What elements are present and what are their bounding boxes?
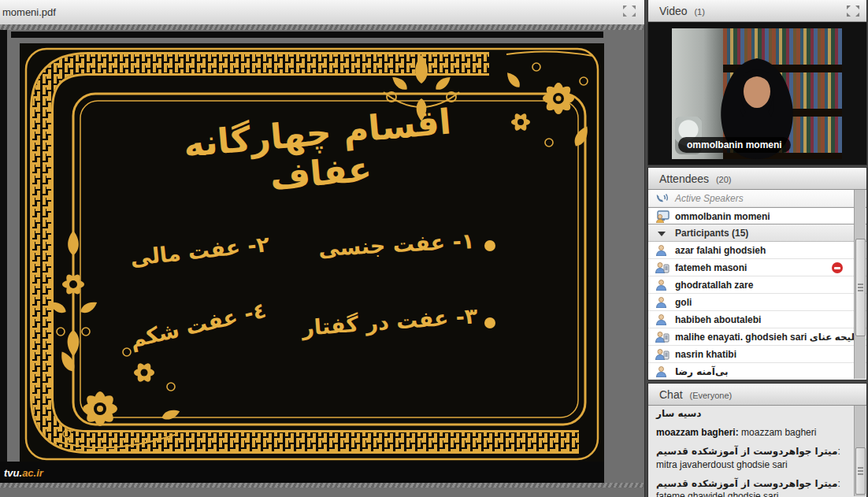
fullscreen-icon[interactable] — [622, 5, 636, 17]
user-icon — [655, 279, 667, 291]
attendee-row[interactable]: fatemeh masoni — [648, 259, 866, 276]
video-name-overlay: ommolbanin momeni — [678, 137, 791, 153]
chat-messages-area: دسیه سار moazzam bagheri: moazzam bagher… — [648, 406, 866, 497]
attendee-name: nasrin khatibi — [675, 349, 736, 360]
bullet-icon — [484, 240, 495, 251]
video-count: (1) — [694, 7, 704, 17]
chat-message: دسیه سار — [656, 407, 852, 420]
user-icon — [655, 244, 667, 256]
attendee-row[interactable]: بی‌آمنه رضا — [648, 363, 866, 380]
blocked-icon — [832, 262, 843, 273]
attendee-name: habibeh aboutalebi — [675, 314, 761, 325]
webcam-video: ommolbanin momeni — [672, 28, 842, 159]
attendee-name: azar falahi ghodsieh — [675, 245, 766, 256]
host-screen-icon — [655, 210, 670, 223]
video-pod-header: Video (1) — [648, 0, 866, 22]
user-mobile-icon — [655, 261, 670, 273]
attendees-list: Active Speakers ommolbanin momeni Partic… — [648, 190, 866, 380]
attendee-name: ghodratallah zare — [675, 280, 753, 291]
attendee-name: goli — [675, 297, 692, 308]
active-speakers-row: Active Speakers — [648, 190, 866, 207]
video-pod-title: Video — [659, 5, 688, 17]
chat-pod-title: Chat — [659, 388, 683, 401]
chat-message: میترا جواهردوست از آموزشکده قدسیم: mitra… — [656, 445, 852, 470]
video-body: ommolbanin momeni — [648, 22, 866, 165]
share-pod-title: momeni.pdf — [2, 6, 56, 18]
attendee-row[interactable]: goli — [648, 294, 866, 311]
participants-label: Participants (15) — [675, 228, 748, 239]
attendee-name: بی‌آمنه رضا — [675, 366, 729, 377]
attendee-row[interactable]: malihe enayati. ghodsieh sari ملیحه عنای… — [648, 328, 866, 346]
fullscreen-icon[interactable] — [846, 5, 860, 17]
share-pod: momeni.pdf — [0, 0, 644, 497]
user-mobile-icon — [655, 331, 670, 343]
participants-group-header[interactable]: Participants (15) — [648, 224, 866, 242]
attendees-pod-title: Attendees — [659, 172, 709, 185]
attendees-pod-header: Attendees (20) — [648, 168, 866, 190]
attendees-scrollbar-thumb[interactable] — [855, 239, 866, 336]
attendee-name: ommolbanin momeni — [675, 211, 770, 222]
attendee-name: fatemeh masoni — [675, 262, 747, 273]
attendee-row[interactable]: azar falahi ghodsieh — [648, 242, 866, 259]
share-pod-titlebar: momeni.pdf — [0, 0, 644, 25]
attendee-row-host[interactable]: ommolbanin momeni — [648, 207, 866, 224]
attendee-row[interactable]: ghodratallah zare — [648, 276, 866, 294]
adobe-connect-app: { "share_pod": { "title": "momeni.pdf", … — [0, 0, 868, 497]
video-pod: Video (1) ommolbanin momeni — [648, 0, 866, 165]
chat-pod-header: Chat (Everyone) — [648, 384, 866, 406]
chat-message: moazzam bagheri: moazzam bagheri — [656, 426, 852, 439]
attendee-row[interactable]: habibeh aboutalebi — [648, 311, 866, 328]
user-icon — [655, 296, 667, 308]
chat-scope: (Everyone) — [689, 391, 732, 400]
chat-message: میترا جواهردوست از آموزشکده قدسیم: fatem… — [656, 477, 852, 497]
attendees-count: (20) — [716, 175, 732, 184]
active-speaker-phone-icon — [655, 192, 669, 204]
tvu-logo: tvu.ac.ir — [4, 467, 43, 479]
slide-ornate-frame — [20, 43, 604, 464]
bullet-icon — [484, 317, 495, 328]
slide-footer-band — [0, 462, 604, 484]
chat-scrollbar[interactable] — [854, 406, 866, 496]
user-mobile-icon — [655, 348, 670, 360]
pdf-slide: اقسام چهارگانه عفاف ۱- عفت جنسی ۲- عفت م… — [20, 43, 604, 464]
user-icon — [655, 313, 667, 325]
previous-page-edge — [11, 32, 603, 38]
attendee-row[interactable]: nasrin khatibi — [648, 346, 866, 363]
share-pod-bottom-strip — [0, 483, 644, 488]
chevron-down-icon — [658, 232, 666, 236]
active-speakers-label: Active Speakers — [675, 193, 744, 204]
chat-pod: Chat (Everyone) دسیه سار moazzam bagheri… — [648, 384, 866, 497]
page-left-shadow — [0, 30, 7, 484]
attendees-scrollbar[interactable] — [854, 190, 866, 379]
attendees-pod: Attendees (20) Active Speakers — [648, 168, 866, 380]
user-icon — [655, 365, 667, 377]
attendee-name: malihe enayati. ghodsieh sari ملیحه عنای… — [675, 332, 866, 343]
share-pod-scroll-strip[interactable] — [0, 24, 644, 30]
chat-scrollbar-thumb[interactable] — [855, 447, 866, 495]
